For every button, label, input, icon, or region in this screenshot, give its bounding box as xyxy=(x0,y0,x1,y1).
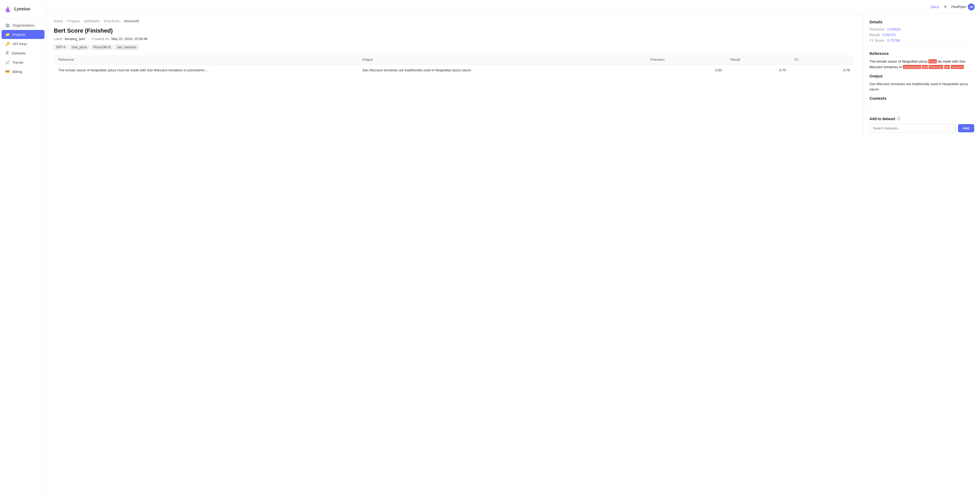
breadcrumb-link-projects[interactable]: Projects xyxy=(67,19,80,23)
precision-value: 0.83029 xyxy=(887,27,900,31)
sidebar-label-trends: Trends xyxy=(13,61,24,64)
add-dataset-label-row: Add to dataset ⓘ xyxy=(870,117,974,121)
app-logo-icon xyxy=(4,5,12,13)
breadcrumb-sep: › xyxy=(101,19,102,23)
tag: GPT-4 xyxy=(54,45,68,50)
highlight-span: must xyxy=(928,59,937,63)
th-precision: Precision xyxy=(646,55,726,64)
right-panel: Details Precision: 0.83029 Recall: 0.697… xyxy=(864,14,980,139)
org-name: PiedPiper xyxy=(951,5,966,9)
sidebar-item-projects[interactable]: 📁 Projects xyxy=(2,30,45,39)
highlight-span: Vesuvio xyxy=(951,65,964,69)
th-reference: Reference xyxy=(54,55,358,64)
label-key: Label: xyxy=(54,37,63,41)
sidebar: Lynxius 🏢 Organizations📁 Projects🔑 API K… xyxy=(0,0,46,498)
recall-value: 0.69723 xyxy=(883,33,896,37)
f1-label: F1 Score: xyxy=(870,38,885,42)
sidebar-item-datasets[interactable]: 🗄 Datasets xyxy=(2,48,45,57)
breadcrumb-link-home[interactable]: Home xyxy=(54,19,63,23)
highlight-span: Piennolo xyxy=(929,65,943,69)
info-icon: ⓘ xyxy=(897,117,900,121)
eval-table: Reference Output Precision Recall F1 The… xyxy=(54,54,854,76)
breadcrumb-link-eval runs[interactable]: Eval Runs xyxy=(104,19,119,23)
tag: chat_pizza xyxy=(69,45,89,50)
reference-title: Reference xyxy=(870,51,974,56)
sidebar-item-api-keys[interactable]: 🔑 API Keys xyxy=(2,39,45,48)
contexts-value: - xyxy=(870,104,974,108)
top-bar-right: Docs ☀ PiedPiper JA xyxy=(931,3,975,10)
output-section: San Marzano tomatoes are traditionally u… xyxy=(870,81,974,93)
tag: san_marzano xyxy=(115,45,139,50)
datasets-icon: 🗄 xyxy=(5,51,9,55)
sidebar-item-organizations[interactable]: 🏢 Organizations xyxy=(2,21,45,30)
sidebar-nav: 🏢 Organizations📁 Projects🔑 API Keys🗄 Dat… xyxy=(0,21,46,77)
f1-row: F1 Score: 0.75796 xyxy=(870,38,974,42)
trends-icon: 📈 xyxy=(5,60,10,64)
sidebar-label-projects: Projects xyxy=(13,33,25,37)
avatar: JA xyxy=(968,3,975,10)
sidebar-label-organizations: Organizations xyxy=(13,23,35,27)
main-content: Home›Projects›a6594a0b›Eval Runs›e6e4ad3… xyxy=(46,14,862,139)
sidebar-item-trends[interactable]: 📈 Trends xyxy=(2,58,45,67)
billing-icon: 💳 xyxy=(5,69,10,74)
reference-text: The tomato sauce of Neapolitan pizza mus… xyxy=(870,59,974,70)
output-text: San Marzano tomatoes are traditionally u… xyxy=(870,81,974,93)
th-f1: F1 xyxy=(790,55,854,64)
breadcrumb-sep: › xyxy=(81,19,83,23)
meta-row: Label: iterating_bert Created on: May 22… xyxy=(54,37,854,41)
highlight-span: del xyxy=(944,65,950,69)
table-row[interactable]: The tomato sauce of Neapolitan pizza mus… xyxy=(54,64,854,76)
breadcrumb-current: e6e4ad36 xyxy=(124,19,139,23)
contexts-title: Contexts xyxy=(870,96,974,101)
created-value: May 22, 2024, 15:59:46 xyxy=(111,37,148,41)
recall-row: Recall: 0.69723 xyxy=(870,33,974,37)
breadcrumb: Home›Projects›a6594a0b›Eval Runs›e6e4ad3… xyxy=(54,19,854,23)
td-output: San Marzano tomatoes are traditionally u… xyxy=(358,64,646,76)
breadcrumb-link-a6594a0b[interactable]: a6594a0b xyxy=(84,19,99,23)
breadcrumb-sep: › xyxy=(121,19,122,23)
add-dataset-button[interactable]: Add xyxy=(958,124,974,132)
docs-link[interactable]: Docs xyxy=(931,5,939,9)
recall-label: Recall: xyxy=(870,33,880,37)
output-title: Output xyxy=(870,74,974,78)
td-reference: The tomato sauce of Neapolitan pizza mus… xyxy=(54,64,358,76)
breadcrumb-sep: › xyxy=(65,19,66,23)
org-badge: PiedPiper JA xyxy=(951,3,975,10)
f1-value: 0.75796 xyxy=(887,38,900,42)
details-title: Details xyxy=(870,20,974,24)
sidebar-label-billing: Billing xyxy=(13,70,22,74)
label-value: iterating_bert xyxy=(65,37,85,41)
top-bar: Docs ☀ PiedPiper JA xyxy=(46,0,980,14)
app-name: Lynxius xyxy=(14,6,30,11)
search-dataset-row: Add xyxy=(870,124,974,132)
precision-label: Precision: xyxy=(870,27,885,31)
precision-row: Precision: 0.83029 xyxy=(870,27,974,31)
th-recall: Recall xyxy=(726,55,790,64)
search-datasets-input[interactable] xyxy=(870,124,956,132)
sidebar-item-billing[interactable]: 💳 Billing xyxy=(2,67,45,76)
td-recall: 0.70 xyxy=(726,64,790,76)
api-keys-icon: 🔑 xyxy=(5,42,10,46)
sidebar-label-datasets: Datasets xyxy=(12,51,26,55)
created-key: Created on: xyxy=(92,37,110,41)
th-output: Output xyxy=(358,55,646,64)
td-f1: 0.76 xyxy=(790,64,854,76)
theme-toggle-button[interactable]: ☀ xyxy=(943,4,947,9)
highlight-span: pomodorini xyxy=(903,65,921,69)
tag: Pizza-DB:v2 xyxy=(91,45,113,50)
td-precision: 0.83 xyxy=(646,64,726,76)
add-dataset-title: Add to dataset xyxy=(870,117,895,121)
projects-icon: 📁 xyxy=(5,32,10,37)
tags-row: GPT-4chat_pizzaPizza-DB:v2san_marzano xyxy=(54,45,854,50)
organizations-icon: 🏢 xyxy=(5,23,10,27)
highlight-span: del xyxy=(922,65,928,69)
sidebar-label-api-keys: API Keys xyxy=(13,42,27,46)
page-title: Bert Score (Finished) xyxy=(54,27,854,34)
main-area: Docs ☀ PiedPiper JA Home›Projects›a6594a… xyxy=(46,0,980,498)
